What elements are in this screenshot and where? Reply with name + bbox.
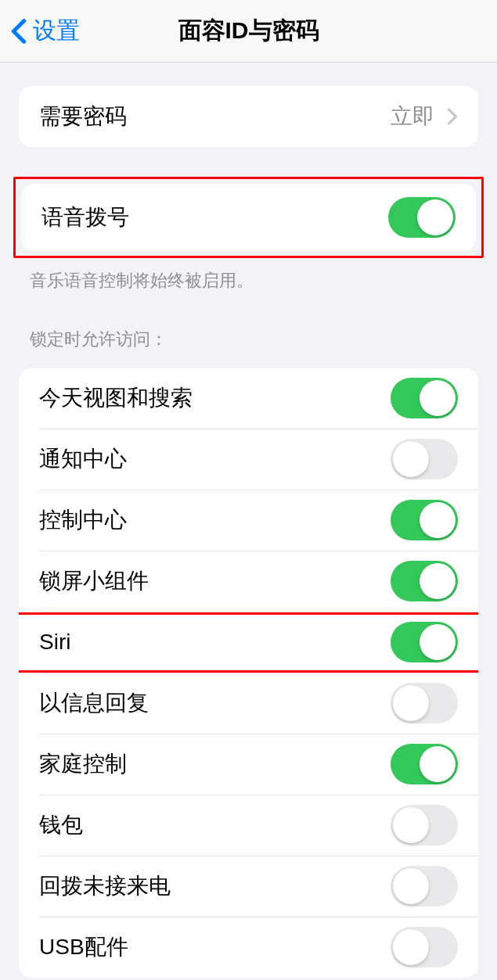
voice-dial-row: 语音拨号 xyxy=(21,184,476,251)
require-passcode-value: 立即 xyxy=(391,102,458,131)
notification-center-label: 通知中心 xyxy=(39,444,127,474)
toggle-knob xyxy=(393,441,429,477)
voice-dial-toggle[interactable] xyxy=(388,197,456,238)
toggle-knob xyxy=(393,929,429,965)
siri-toggle[interactable] xyxy=(391,622,458,662)
voice-dial-group: 语音拨号 xyxy=(21,184,476,251)
voice-dial-label: 语音拨号 xyxy=(41,203,129,232)
control-center-row: 控制中心 xyxy=(19,490,478,551)
callback-label: 回拨未接来电 xyxy=(39,871,171,901)
reply-message-toggle[interactable] xyxy=(391,683,458,723)
require-passcode-row[interactable]: 需要密码 立即 xyxy=(19,86,478,147)
require-passcode-group: 需要密码 立即 xyxy=(19,86,478,147)
nav-header: 设置 面容ID与密码 xyxy=(0,0,497,63)
siri-row: Siri xyxy=(19,612,478,673)
page-title: 面容ID与密码 xyxy=(178,15,319,47)
callback-toggle[interactable] xyxy=(391,866,458,906)
wallet-toggle[interactable] xyxy=(391,805,458,845)
reply-message-label: 以信息回复 xyxy=(39,688,149,718)
chevron-left-icon xyxy=(11,18,27,45)
notification-center-toggle[interactable] xyxy=(391,439,458,479)
toggle-knob xyxy=(420,563,456,599)
notification-center-row: 通知中心 xyxy=(19,429,478,490)
toggle-knob xyxy=(393,685,429,721)
usb-accessories-row: USB配件 xyxy=(19,917,478,978)
callback-row: 回拨未接来电 xyxy=(19,856,478,917)
siri-label: Siri xyxy=(39,630,70,655)
lock-widgets-toggle[interactable] xyxy=(391,561,458,601)
require-passcode-label: 需要密码 xyxy=(39,102,127,131)
chevron-right-icon xyxy=(447,108,458,125)
today-view-toggle[interactable] xyxy=(391,378,458,418)
wallet-row: 钱包 xyxy=(19,795,478,856)
toggle-knob xyxy=(420,380,456,416)
back-button[interactable]: 设置 xyxy=(0,15,80,47)
voice-dial-highlight: 语音拨号 xyxy=(13,177,484,258)
reply-message-row: 以信息回复 xyxy=(19,673,478,734)
lock-widgets-row: 锁屏小组件 xyxy=(19,551,478,612)
home-control-label: 家庭控制 xyxy=(39,749,127,779)
toggle-knob xyxy=(393,807,429,843)
usb-accessories-label: USB配件 xyxy=(39,932,128,962)
back-label: 设置 xyxy=(33,15,80,47)
require-passcode-value-text: 立即 xyxy=(391,102,434,131)
voice-dial-footer: 音乐语音控制将始终被启用。 xyxy=(0,258,497,293)
control-center-toggle[interactable] xyxy=(391,500,458,540)
home-control-toggle[interactable] xyxy=(391,744,458,784)
today-view-label: 今天视图和搜索 xyxy=(39,383,193,413)
usb-accessories-toggle[interactable] xyxy=(391,927,458,967)
lock-section-header: 锁定时允许访问： xyxy=(0,328,497,351)
toggle-knob xyxy=(393,868,429,904)
control-center-label: 控制中心 xyxy=(39,505,127,535)
toggle-knob xyxy=(417,199,453,235)
toggle-knob xyxy=(420,624,456,660)
home-control-row: 家庭控制 xyxy=(19,734,478,795)
toggle-knob xyxy=(420,746,456,782)
toggle-knob xyxy=(420,502,456,538)
today-view-row: 今天视图和搜索 xyxy=(19,368,478,429)
lock-widgets-label: 锁屏小组件 xyxy=(39,566,149,596)
wallet-label: 钱包 xyxy=(39,810,83,840)
lock-access-group: 今天视图和搜索 通知中心 控制中心 锁屏小组件 Siri 以信息回复 xyxy=(19,368,478,978)
